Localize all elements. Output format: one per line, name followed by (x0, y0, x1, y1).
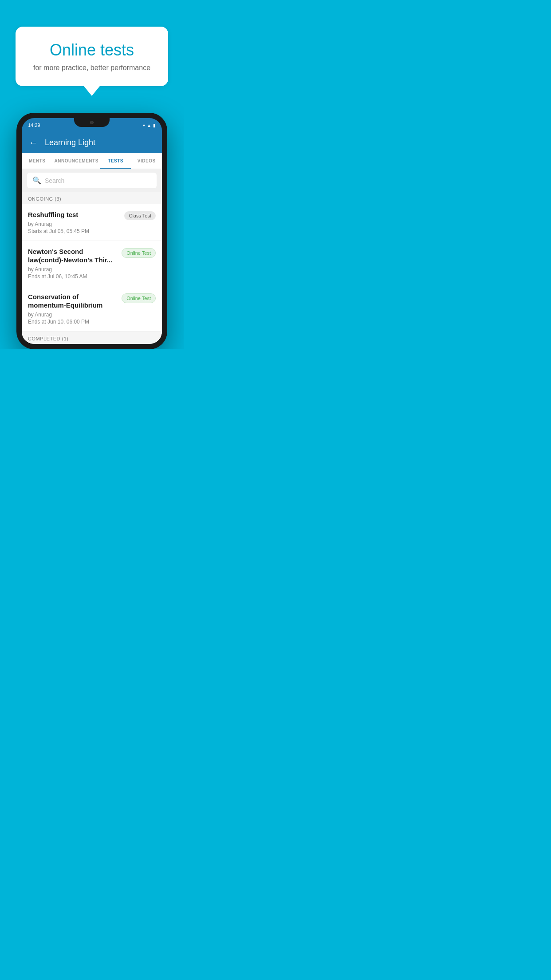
test-badge-class: Class Test (124, 211, 156, 220)
tabs-bar: MENTS ANNOUNCEMENTS TESTS VIDEOS (22, 153, 162, 169)
search-input[interactable]: Search (45, 177, 64, 184)
search-icon: 🔍 (32, 176, 41, 185)
camera (90, 121, 94, 124)
tests-list: Reshuffling test by Anurag Starts at Jul… (22, 204, 162, 332)
status-icons: ▾ ▲ ▮ (143, 123, 156, 128)
tab-tests[interactable]: TESTS (100, 153, 131, 169)
test-date: Ends at Jun 10, 06:00 PM (28, 319, 117, 325)
test-badge-online-2: Online Test (122, 293, 156, 303)
completed-section-header: COMPLETED (1) (22, 332, 162, 344)
background: Online tests for more practice, better p… (0, 0, 184, 349)
status-time: 14:29 (28, 122, 40, 128)
ongoing-section-header: ONGOING (3) (22, 192, 162, 204)
tab-assignments[interactable]: MENTS (22, 153, 53, 169)
test-name: Newton's Second law(contd)-Newton's Thir… (28, 247, 117, 265)
app-title: Learning Light (45, 138, 95, 147)
search-container: 🔍 Search (22, 169, 162, 192)
test-item[interactable]: Newton's Second law(contd)-Newton's Thir… (22, 241, 162, 286)
tab-announcements[interactable]: ANNOUNCEMENTS (53, 153, 100, 169)
phone-screen: ← Learning Light MENTS ANNOUNCEMENTS TES… (22, 132, 162, 344)
battery-icon: ▮ (153, 123, 156, 128)
status-bar: 14:29 ▾ ▲ ▮ (22, 118, 162, 132)
test-info: Reshuffling test by Anurag Starts at Jul… (28, 210, 120, 234)
test-date: Ends at Jul 06, 10:45 AM (28, 273, 117, 280)
test-author: by Anurag (28, 266, 117, 273)
tab-videos[interactable]: VIDEOS (131, 153, 162, 169)
test-item[interactable]: Reshuffling test by Anurag Starts at Jul… (22, 204, 162, 241)
bubble-title: Online tests (33, 41, 150, 59)
app-header: ← Learning Light (22, 132, 162, 153)
test-name: Conservation of momentum-Equilibrium (28, 292, 117, 310)
test-name: Reshuffling test (28, 210, 120, 219)
notch (74, 118, 110, 127)
search-bar[interactable]: 🔍 Search (27, 173, 157, 188)
phone-wrapper: 14:29 ▾ ▲ ▮ ← Learning Light (16, 113, 167, 349)
speech-bubble: Online tests for more practice, better p… (16, 27, 168, 86)
test-info: Newton's Second law(contd)-Newton's Thir… (28, 247, 117, 280)
phone-frame: 14:29 ▾ ▲ ▮ ← Learning Light (16, 113, 167, 349)
test-item[interactable]: Conservation of momentum-Equilibrium by … (22, 286, 162, 332)
test-date: Starts at Jul 05, 05:45 PM (28, 228, 120, 234)
test-author: by Anurag (28, 221, 120, 227)
test-badge-online: Online Test (122, 248, 156, 258)
test-info: Conservation of momentum-Equilibrium by … (28, 292, 117, 325)
signal-icon: ▲ (147, 123, 151, 128)
wifi-icon: ▾ (143, 123, 145, 128)
test-author: by Anurag (28, 312, 117, 318)
bubble-subtitle: for more practice, better performance (33, 64, 150, 72)
back-button[interactable]: ← (29, 138, 38, 148)
